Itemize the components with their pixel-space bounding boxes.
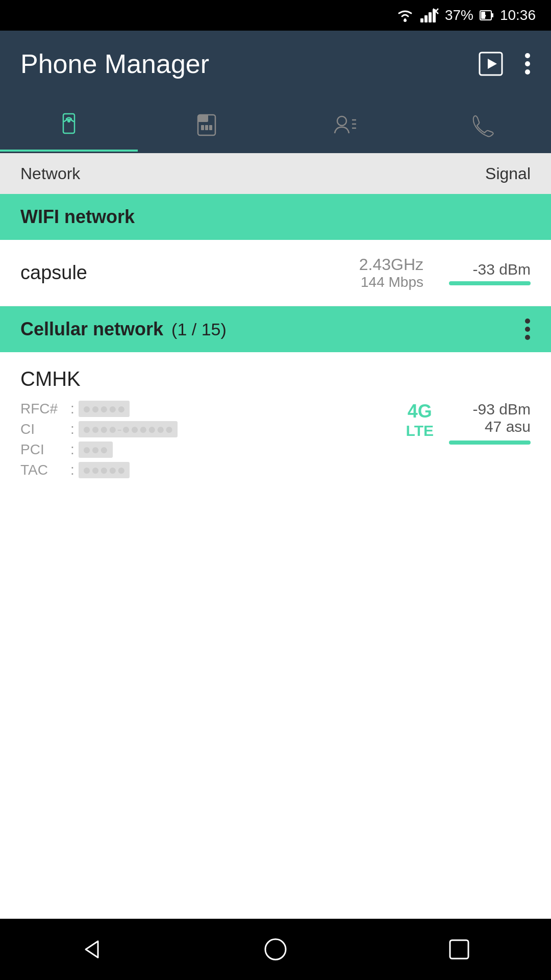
- cellular-signal-asu: 47 asu: [485, 418, 531, 435]
- svg-point-15: [525, 53, 530, 58]
- field-rfc: RFC# : ●●●●●: [20, 401, 178, 417]
- svg-rect-18: [63, 114, 74, 133]
- svg-point-17: [525, 69, 530, 75]
- cellular-signal-dbm: -93 dBm: [473, 401, 531, 418]
- home-button[interactable]: [255, 929, 296, 970]
- svg-point-0: [404, 19, 407, 22]
- app-bar: Phone Manager: [0, 31, 551, 97]
- svg-marker-14: [488, 59, 497, 69]
- contacts-tab-icon: [331, 111, 358, 138]
- field-pci-value: ●●●: [79, 442, 113, 458]
- field-pci-label: PCI: [20, 442, 66, 458]
- svg-marker-32: [86, 941, 98, 958]
- wifi-network-name: capsule: [20, 262, 359, 284]
- status-icons: 37% 10:36: [396, 7, 536, 23]
- cellular-network-item[interactable]: CMHK RFC# : ●●●●● CI : ●●●●-●●●●●● PCI :…: [0, 352, 551, 499]
- svg-rect-23: [205, 125, 208, 130]
- field-ci-value: ●●●●-●●●●●●: [79, 421, 178, 437]
- time-display: 10:36: [500, 7, 536, 23]
- field-tac: TAC : ●●●●●: [20, 462, 178, 478]
- signal-column-header: Signal: [485, 164, 531, 183]
- field-tac-label: TAC: [20, 462, 66, 478]
- svg-point-25: [337, 116, 346, 126]
- cellular-signal-info: -93 dBm 47 asu: [449, 401, 531, 445]
- cellular-fields: RFC# : ●●●●● CI : ●●●●-●●●●●● PCI : ●●● …: [20, 401, 178, 478]
- cellular-details: RFC# : ●●●●● CI : ●●●●-●●●●●● PCI : ●●● …: [20, 401, 531, 478]
- wifi-signal-bar: [449, 281, 531, 285]
- svg-point-16: [525, 61, 530, 66]
- more-options-button[interactable]: [524, 52, 531, 76]
- wifi-signal-dbm: -33 dBm: [473, 261, 531, 278]
- tab-contacts[interactable]: [276, 97, 413, 152]
- play-store-button[interactable]: [478, 51, 504, 77]
- svg-point-29: [525, 318, 530, 324]
- tab-signal[interactable]: [0, 97, 138, 152]
- wifi-section-header: WIFI network: [0, 194, 551, 240]
- signal-icon: [420, 8, 439, 22]
- back-button[interactable]: [71, 929, 112, 970]
- wifi-signal-info: -33 dBm: [439, 261, 531, 285]
- page-title: Phone Manager: [20, 48, 478, 79]
- cellular-network-name: CMHK: [20, 368, 531, 390]
- signal-wifi-tab-icon: [54, 109, 84, 138]
- svg-rect-22: [201, 125, 204, 130]
- cellular-section-header: Cellular network (1 / 15): [0, 306, 551, 352]
- recents-button[interactable]: [439, 929, 480, 970]
- svg-rect-3: [429, 12, 432, 22]
- cellular-tech-4g: 4G: [408, 401, 432, 422]
- cellular-count: (1 / 15): [171, 320, 227, 339]
- wifi-network-detail: 2.43GHz 144 Mbps: [359, 255, 423, 290]
- svg-point-30: [525, 327, 530, 332]
- svg-point-33: [265, 939, 286, 960]
- battery-percent: 37%: [445, 7, 473, 23]
- cellular-section-title: Cellular network: [20, 318, 163, 340]
- wifi-icon: [396, 8, 414, 22]
- network-column-header: Network: [20, 164, 485, 183]
- svg-rect-21: [198, 115, 208, 122]
- svg-point-19: [67, 119, 70, 122]
- field-rfc-label: RFC#: [20, 401, 66, 417]
- wifi-network-item[interactable]: capsule 2.43GHz 144 Mbps -33 dBm: [0, 240, 551, 306]
- field-ci-label: CI: [20, 421, 66, 437]
- status-bar: 37% 10:36: [0, 0, 551, 31]
- wifi-frequency: 2.43GHz: [359, 255, 423, 274]
- battery-icon: [480, 8, 494, 22]
- wifi-section-title: WIFI network: [20, 206, 135, 228]
- column-headers: Network Signal: [0, 153, 551, 194]
- tab-calls[interactable]: [413, 97, 551, 152]
- cellular-tech-lte: LTE: [406, 422, 434, 439]
- phone-tab-icon: [468, 111, 496, 138]
- bottom-nav-bar: [0, 919, 551, 980]
- svg-rect-1: [420, 18, 423, 22]
- tab-bar: [0, 97, 551, 153]
- wifi-speed: 144 Mbps: [361, 274, 423, 290]
- svg-point-31: [525, 335, 530, 340]
- app-bar-actions: [478, 51, 531, 77]
- tab-sim[interactable]: [138, 97, 276, 152]
- field-tac-value: ●●●●●: [79, 462, 130, 478]
- sim-tab-icon: [193, 111, 220, 138]
- cellular-right-info: 4G LTE -93 dBm 47 asu: [406, 401, 531, 445]
- field-pci: PCI : ●●●: [20, 442, 178, 458]
- field-ci: CI : ●●●●-●●●●●●: [20, 421, 178, 437]
- svg-rect-8: [491, 13, 493, 17]
- cellular-tech-type: 4G LTE: [406, 401, 434, 439]
- cellular-signal-bar: [449, 440, 531, 445]
- svg-rect-24: [209, 125, 212, 130]
- field-rfc-value: ●●●●●: [79, 401, 130, 417]
- cellular-more-button[interactable]: [524, 317, 531, 341]
- svg-rect-34: [450, 940, 468, 959]
- svg-rect-2: [424, 15, 428, 22]
